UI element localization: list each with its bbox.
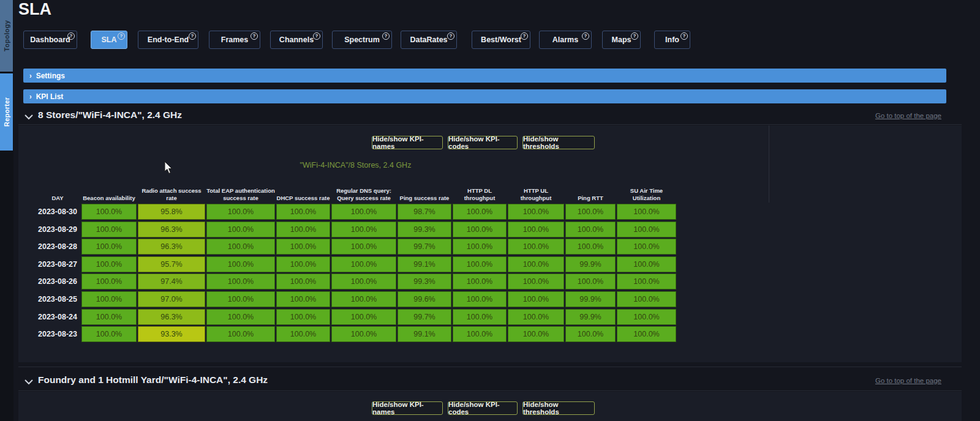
nav-tab-label: Dashboard xyxy=(30,35,70,44)
column-header-day: DAY xyxy=(35,179,80,202)
help-icon[interactable]: ? xyxy=(251,32,258,40)
kpi-cell: 100.0% xyxy=(331,204,396,220)
row-day-label: 2023-08-29 xyxy=(35,222,80,237)
hide-show-kpi-codes-button[interactable]: Hide/show KPI-codes xyxy=(448,136,518,149)
kpi-cell: 100.0% xyxy=(617,204,676,220)
kpi-cell: 100.0% xyxy=(508,291,564,307)
help-icon[interactable]: ? xyxy=(313,32,320,40)
nav-tab-datarates[interactable]: DataRates? xyxy=(401,31,457,49)
section-title-8-stores: 8 Stores/"WiFi-4-INCA", 2.4 GHz xyxy=(38,110,182,121)
go-to-top-link[interactable]: Go to top of the page xyxy=(875,112,941,119)
help-icon[interactable]: ? xyxy=(680,32,688,40)
kpi-cell: 100.0% xyxy=(331,291,396,307)
help-icon[interactable]: ? xyxy=(447,32,454,40)
hide-show-kpi-names-button[interactable]: Hide/show KPI-names xyxy=(372,401,443,415)
kpi-cell: 99.1% xyxy=(398,256,451,272)
mouse-cursor xyxy=(164,162,174,175)
nav-tab-label: End-to-End xyxy=(148,35,189,44)
kpi-cell: 99.6% xyxy=(398,291,451,307)
chevron-right-icon: › xyxy=(29,72,32,80)
kpi-cell: 100.0% xyxy=(206,326,275,342)
kpi-cell: 100.0% xyxy=(453,222,507,237)
nav-tab-label: Alarms xyxy=(552,35,578,44)
kpi-cell: 97.4% xyxy=(138,274,205,289)
kpi-cell: 100.0% xyxy=(508,239,564,255)
help-icon[interactable]: ? xyxy=(118,32,125,40)
kpi-cell: 100.0% xyxy=(81,222,137,237)
nav-tab-best-worst[interactable]: Best/Worst? xyxy=(472,31,530,49)
nav-tab-sla[interactable]: SLA? xyxy=(91,31,127,49)
sidebar-tab-topology[interactable]: Topology xyxy=(0,0,13,72)
kpi-cell: 99.7% xyxy=(398,239,451,255)
kpi-cell: 100.0% xyxy=(81,239,137,255)
kpi-cell: 100.0% xyxy=(617,239,676,255)
kpi-list-collapse-bar[interactable]: › KPI List xyxy=(23,89,946,103)
hide-show-kpi-codes-button[interactable]: Hide/show KPI-codes xyxy=(448,401,518,415)
kpi-cell: 100.0% xyxy=(206,274,275,289)
nav-tab-label: SLA xyxy=(102,35,117,44)
kpi-cell: 99.9% xyxy=(565,309,616,325)
kpi-cell: 100.0% xyxy=(565,326,616,342)
kpi-cell: 100.0% xyxy=(206,291,275,307)
nav-tab-label: Maps xyxy=(612,35,631,44)
column-header-ping-rtt: Ping RTT xyxy=(565,179,616,202)
settings-collapse-bar[interactable]: › Settings xyxy=(23,69,946,83)
hide-show-kpi-names-button[interactable]: Hide/show KPI-names xyxy=(372,136,443,149)
chevron-down-icon[interactable] xyxy=(24,114,33,120)
column-header-ping-success-rate: Ping success rate xyxy=(398,179,451,202)
nav-tab-label: Best/Worst xyxy=(481,35,521,44)
kpi-cell: 100.0% xyxy=(453,274,507,289)
help-icon[interactable]: ? xyxy=(67,32,75,40)
kpi-cell: 100.0% xyxy=(81,291,137,307)
kpi-cell: 99.1% xyxy=(398,326,451,342)
help-icon[interactable]: ? xyxy=(189,32,196,40)
divider xyxy=(18,390,962,391)
nav-tab-maps[interactable]: Maps? xyxy=(602,31,641,49)
kpi-cell: 100.0% xyxy=(453,204,507,220)
row-day-label: 2023-08-24 xyxy=(35,309,80,325)
kpi-cell: 100.0% xyxy=(276,309,330,325)
kpi-cell: 100.0% xyxy=(453,239,507,255)
kpi-cell: 100.0% xyxy=(565,204,616,220)
kpi-cell: 100.0% xyxy=(508,326,564,342)
kpi-cell: 95.7% xyxy=(138,256,205,272)
row-day-label: 2023-08-27 xyxy=(35,256,80,272)
hide-show-thresholds-button[interactable]: Hide/show thresholds xyxy=(522,136,595,149)
kpi-cell: 100.0% xyxy=(617,326,676,342)
nav-tab-end-to-end[interactable]: End-to-End? xyxy=(138,31,198,49)
nav-tab-alarms[interactable]: Alarms? xyxy=(539,31,592,49)
help-icon[interactable]: ? xyxy=(521,32,528,40)
kpi-cell: 100.0% xyxy=(81,326,137,342)
settings-bar-label: Settings xyxy=(36,72,65,80)
row-day-label: 2023-08-30 xyxy=(35,204,80,220)
help-icon[interactable]: ? xyxy=(631,32,638,40)
kpi-cell: 100.0% xyxy=(276,256,330,272)
kpi-cell: 100.0% xyxy=(331,309,396,325)
nav-tab-frames[interactable]: Frames? xyxy=(209,31,260,49)
kpi-cell: 100.0% xyxy=(617,274,676,289)
chevron-down-icon[interactable] xyxy=(24,379,33,385)
nav-tab-dashboard[interactable]: Dashboard? xyxy=(23,31,77,49)
kpi-cell: 100.0% xyxy=(276,326,330,342)
kpi-cell: 95.8% xyxy=(138,204,205,220)
nav-tab-spectrum[interactable]: Spectrum? xyxy=(332,31,392,49)
row-day-label: 2023-08-25 xyxy=(35,291,80,307)
nav-tab-info[interactable]: Info? xyxy=(654,31,690,49)
kpi-cell: 100.0% xyxy=(206,222,275,237)
hide-show-thresholds-button[interactable]: Hide/show thresholds xyxy=(522,401,595,415)
column-header-radio-attach-success-rate: Radio attach success rate xyxy=(138,179,205,202)
nav-tab-label: Channels xyxy=(279,35,314,44)
row-day-label: 2023-08-23 xyxy=(35,326,80,342)
kpi-cell: 100.0% xyxy=(81,256,137,272)
kpi-cell: 100.0% xyxy=(453,309,507,325)
toolbar-kpi-controls: Hide/show KPI-namesHide/show KPI-codesHi… xyxy=(0,136,980,149)
column-header-http-ul-throughput: HTTP UL throughput xyxy=(508,179,564,202)
help-icon[interactable]: ? xyxy=(582,32,589,40)
help-icon[interactable]: ? xyxy=(382,32,390,40)
kpi-cell: 100.0% xyxy=(276,291,330,307)
kpi-cell: 100.0% xyxy=(565,239,616,255)
kpi-cell: 100.0% xyxy=(508,274,564,289)
nav-tab-channels[interactable]: Channels? xyxy=(270,31,323,49)
kpi-cell: 100.0% xyxy=(617,291,676,307)
go-to-top-link[interactable]: Go to top of the page xyxy=(875,377,941,384)
